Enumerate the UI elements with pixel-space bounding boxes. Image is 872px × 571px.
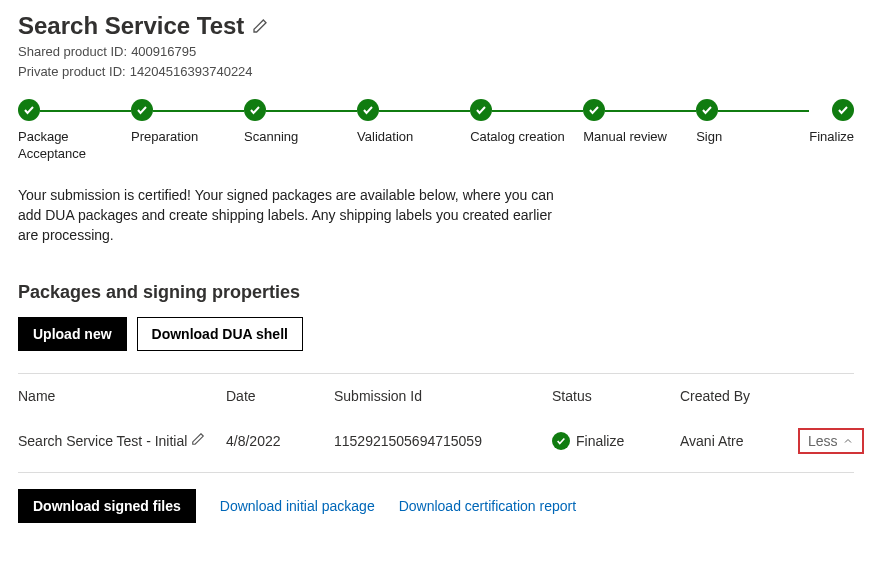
col-name: Name <box>18 388 218 404</box>
upload-new-button[interactable]: Upload new <box>18 317 127 351</box>
shared-product-id-value: 400916795 <box>131 42 196 62</box>
step-label: Preparation <box>131 129 198 146</box>
step-label: Manual review <box>583 129 667 146</box>
private-product-id-value: 14204516393740224 <box>130 62 253 82</box>
check-circle-icon <box>552 432 570 450</box>
col-status: Status <box>552 388 672 404</box>
collapse-toggle-button[interactable]: Less <box>798 428 864 454</box>
col-created-by: Created By <box>680 388 790 404</box>
download-signed-files-button[interactable]: Download signed files <box>18 489 196 523</box>
packages-section-heading: Packages and signing properties <box>18 282 854 303</box>
row-name: Search Service Test - Initial <box>18 433 187 449</box>
download-dua-shell-button[interactable]: Download DUA shell <box>137 317 303 351</box>
step-preparation: Preparation <box>131 99 244 146</box>
row-created-by: Avani Atre <box>680 433 790 449</box>
table-header-row: Name Date Submission Id Status Created B… <box>18 374 854 418</box>
chevron-up-icon <box>842 435 854 447</box>
pencil-icon[interactable] <box>191 432 205 449</box>
page-title: Search Service Test <box>18 12 244 40</box>
row-date: 4/8/2022 <box>226 433 326 449</box>
step-scanning: Scanning <box>244 99 357 146</box>
row-status: Finalize <box>576 433 624 449</box>
check-circle-icon <box>357 99 379 121</box>
step-label: Finalize <box>809 129 854 146</box>
col-submission-id: Submission Id <box>334 388 544 404</box>
shared-product-id-label: Shared product ID: <box>18 42 127 62</box>
col-date: Date <box>226 388 326 404</box>
check-circle-icon <box>832 99 854 121</box>
check-circle-icon <box>470 99 492 121</box>
step-sign: Sign <box>696 99 809 146</box>
step-label: Scanning <box>244 129 298 146</box>
step-finalize: Finalize <box>809 99 854 146</box>
check-circle-icon <box>18 99 40 121</box>
collapse-toggle-label: Less <box>808 433 838 449</box>
packages-table: Name Date Submission Id Status Created B… <box>18 373 854 473</box>
step-validation: Validation <box>357 99 470 146</box>
check-circle-icon <box>244 99 266 121</box>
step-label: Package Acceptance <box>18 129 128 163</box>
step-label: Validation <box>357 129 413 146</box>
private-product-id-label: Private product ID: <box>18 62 126 82</box>
progress-stepper: Package Acceptance Preparation Scanning … <box>18 99 854 163</box>
step-label: Catalog creation <box>470 129 565 146</box>
check-circle-icon <box>583 99 605 121</box>
check-circle-icon <box>696 99 718 121</box>
step-manual-review: Manual review <box>583 99 696 146</box>
step-package-acceptance: Package Acceptance <box>18 99 131 163</box>
row-submission-id: 1152921505694715059 <box>334 433 544 449</box>
pencil-icon[interactable] <box>252 18 268 37</box>
submission-status-message: Your submission is certified! Your signe… <box>18 185 568 246</box>
download-certification-report-link[interactable]: Download certification report <box>399 498 576 514</box>
download-initial-package-link[interactable]: Download initial package <box>220 498 375 514</box>
table-row: Search Service Test - Initial 4/8/2022 1… <box>18 418 854 473</box>
step-catalog-creation: Catalog creation <box>470 99 583 146</box>
check-circle-icon <box>131 99 153 121</box>
step-label: Sign <box>696 129 722 146</box>
product-id-meta: Shared product ID: 400916795 Private pro… <box>18 42 854 81</box>
